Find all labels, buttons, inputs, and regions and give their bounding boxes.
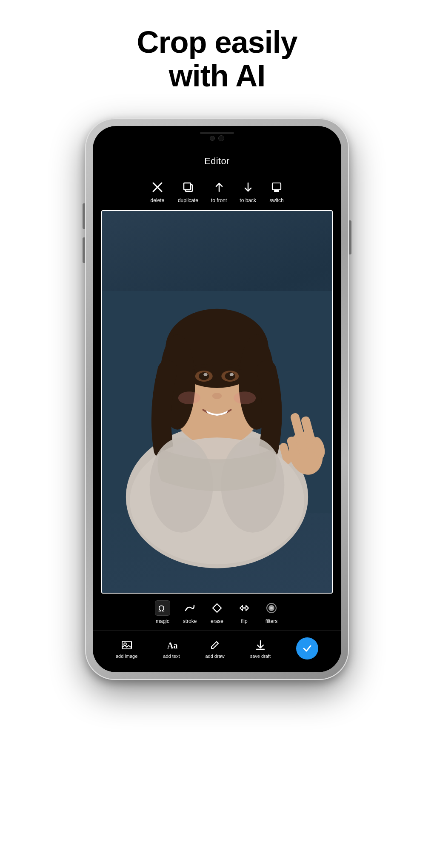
toolbar-top: delete duplicate [93, 174, 341, 210]
magic-icon: Ω [155, 600, 170, 616]
erase-icon [209, 600, 225, 616]
duplicate-button[interactable]: duplicate [178, 180, 198, 203]
svg-point-24 [234, 392, 256, 405]
switch-icon [269, 180, 284, 195]
switch-button[interactable]: switch [269, 180, 284, 203]
add-draw-label: add draw [205, 654, 224, 659]
flip-icon [237, 600, 252, 616]
phone-shell: Editor delete [85, 118, 349, 680]
svg-point-18 [199, 372, 209, 380]
stroke-button[interactable]: stroke [182, 600, 197, 624]
checkmark-icon [302, 643, 313, 654]
toolbar-bottom: Ω magic stroke [93, 594, 341, 630]
svg-point-37 [270, 607, 273, 609]
filters-label: filters [266, 618, 278, 624]
flip-label: flip [241, 618, 247, 624]
camera-area [210, 135, 224, 141]
image-canvas[interactable] [101, 210, 333, 594]
magic-button[interactable]: Ω magic [155, 600, 170, 624]
svg-rect-6 [272, 183, 281, 190]
phone-mockup: Editor delete [85, 118, 349, 680]
to-front-icon [211, 180, 227, 195]
speaker-grill [200, 132, 234, 134]
power-button[interactable] [349, 220, 351, 254]
phone-screen: Editor delete [93, 126, 341, 672]
confirm-button[interactable] [296, 637, 318, 660]
save-draft-label: save draft [250, 654, 271, 659]
flip-button[interactable]: flip [237, 600, 252, 624]
add-image-label: add image [116, 654, 137, 659]
erase-label: erase [211, 618, 223, 624]
to-back-icon [240, 180, 256, 195]
svg-point-22 [212, 393, 222, 399]
add-text-icon: Aa [165, 639, 178, 651]
svg-line-41 [217, 642, 218, 643]
filters-icon [264, 600, 279, 616]
svg-text:Ω: Ω [158, 604, 165, 613]
magic-label: magic [156, 618, 169, 624]
to-front-label: to front [211, 197, 227, 203]
to-front-button[interactable]: to front [211, 180, 227, 203]
svg-point-19 [225, 372, 235, 380]
save-draft-button[interactable]: save draft [250, 639, 271, 659]
to-back-button[interactable]: to back [240, 180, 256, 203]
headline-line1: Crop easily [137, 26, 297, 59]
camera-dot-main [218, 135, 224, 141]
add-text-button[interactable]: Aa add text [163, 639, 180, 659]
screen-content: Editor delete [93, 126, 341, 672]
delete-icon [150, 180, 165, 195]
add-image-button[interactable]: add image [116, 639, 137, 659]
camera-dot-left [210, 136, 215, 141]
headline-line2: with AI [137, 59, 297, 93]
duplicate-icon [180, 180, 196, 195]
to-back-label: to back [240, 197, 256, 203]
svg-rect-3 [184, 183, 191, 190]
volume-down-button[interactable] [83, 237, 85, 263]
stroke-icon [182, 600, 197, 616]
bottom-bar: add image Aa add text [93, 630, 341, 672]
person-image [102, 211, 332, 593]
svg-point-20 [203, 373, 207, 376]
add-image-icon [120, 639, 133, 651]
add-text-label: add text [163, 654, 180, 659]
erase-button[interactable]: erase [209, 600, 225, 624]
svg-text:Aa: Aa [167, 641, 177, 650]
svg-rect-38 [122, 641, 131, 649]
delete-button[interactable]: delete [150, 180, 165, 203]
headline: Crop easily with AI [137, 0, 297, 93]
stroke-label: stroke [183, 618, 197, 624]
filters-button[interactable]: filters [264, 600, 279, 624]
volume-up-button[interactable] [83, 203, 85, 229]
switch-label: switch [269, 197, 283, 203]
save-draft-icon [254, 639, 267, 651]
add-draw-button[interactable]: add draw [205, 639, 224, 659]
svg-point-23 [178, 392, 200, 405]
duplicate-label: duplicate [178, 197, 198, 203]
svg-point-21 [230, 373, 234, 376]
add-draw-icon [208, 639, 221, 651]
delete-label: delete [151, 197, 165, 203]
